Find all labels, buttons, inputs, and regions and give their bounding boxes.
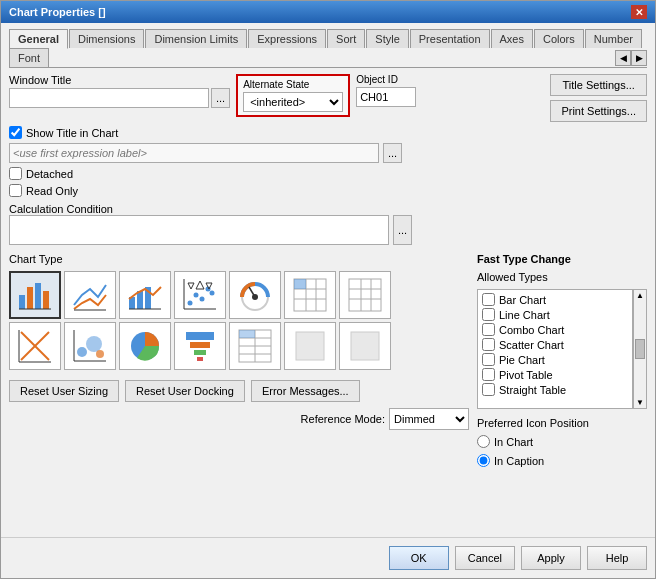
allowed-scatter-chart-checkbox[interactable] [482,338,495,351]
tab-number[interactable]: Number [585,29,642,48]
tab-colors[interactable]: Colors [534,29,584,48]
chart-icon-pie[interactable] [119,322,171,370]
allowed-line-chart-checkbox[interactable] [482,308,495,321]
svg-point-38 [77,347,87,357]
window-title-group: Window Title ... [9,74,230,108]
show-title-checkbox[interactable] [9,126,22,139]
allowed-bar-chart-checkbox[interactable] [482,293,495,306]
in-chart-radio[interactable] [477,435,490,448]
tab-sort[interactable]: Sort [327,29,365,48]
calc-condition-label: Calculation Condition [9,203,113,215]
content-area: General Dimensions Dimension Limits Expr… [1,23,655,537]
tab-presentation[interactable]: Presentation [410,29,490,48]
calc-condition-input[interactable] [9,215,389,245]
svg-rect-45 [190,342,210,348]
chart-icon-bar[interactable] [9,271,61,319]
tab-font[interactable]: Font [9,48,49,67]
allowed-pivot-table-checkbox[interactable] [482,368,495,381]
gauge-chart-svg [237,277,273,313]
reference-mode-label: Reference Mode: [301,413,385,425]
detached-row: Detached [9,167,647,180]
chart-icon-placeholder7[interactable] [339,271,391,319]
error-messages-button[interactable]: Error Messages... [251,380,360,402]
close-button[interactable]: ✕ [631,5,647,19]
list-item-pivot-table[interactable]: Pivot Table [480,367,630,382]
list-item-scatter-chart[interactable]: Scatter Chart [480,337,630,352]
chart-icon-combo[interactable] [119,271,171,319]
list-item-combo-chart[interactable]: Combo Chart [480,322,630,337]
row-top: Window Title ... Alternate State <inheri… [9,74,647,122]
scrollbar[interactable]: ▲ ▼ [633,289,647,409]
list-scroll-container: Bar Chart Line Chart Combo Chart [477,289,647,409]
svg-rect-1 [27,287,33,309]
help-button[interactable]: Help [587,546,647,570]
object-id-input[interactable] [356,87,416,107]
chart-icon-placeholder14[interactable] [339,322,391,370]
object-id-label: Object ID [356,74,416,85]
read-only-checkbox[interactable] [9,184,22,197]
window-title-ellipsis-btn[interactable]: ... [211,88,230,108]
tab-expressions[interactable]: Expressions [248,29,326,48]
in-caption-radio[interactable] [477,454,490,467]
chart-icons-grid [9,271,469,370]
scroll-up-btn[interactable]: ▲ [636,291,644,300]
chart-icon-placeholder13[interactable] [284,322,336,370]
allowed-bar-chart-label: Bar Chart [499,294,546,306]
allowed-pie-chart-checkbox[interactable] [482,353,495,366]
svg-rect-46 [194,350,206,355]
expression-input[interactable] [9,143,379,163]
cancel-button[interactable]: Cancel [455,546,515,570]
tab-axes[interactable]: Axes [491,29,533,48]
ok-button[interactable]: OK [389,546,449,570]
scroll-thumb[interactable] [635,339,645,359]
tab-general[interactable]: General [9,29,68,49]
svg-rect-44 [186,332,214,340]
title-settings-button[interactable]: Title Settings... [550,74,647,96]
svg-point-10 [188,301,193,306]
tab-next-button[interactable]: ▶ [631,50,647,66]
list-item-straight-table[interactable]: Straight Table [480,382,630,397]
scroll-down-btn[interactable]: ▼ [636,398,644,407]
chart-icon-scatter[interactable] [174,271,226,319]
tab-dimensions[interactable]: Dimensions [69,29,144,48]
chart-icon-funnel[interactable] [174,322,226,370]
tab-dimension-limits[interactable]: Dimension Limits [145,29,247,48]
chart-icon-line[interactable] [64,271,116,319]
alternate-state-select[interactable]: <inherited> [243,92,343,112]
chart-icon-grid2[interactable] [229,322,281,370]
chart-properties-window: Chart Properties [] ✕ General Dimensions… [0,0,656,579]
right-panel: Fast Type Change Allowed Types Bar Chart… [477,253,647,531]
chart-icon-grid[interactable] [284,271,336,319]
calc-ellipsis-btn[interactable]: ... [393,215,412,245]
svg-rect-0 [19,295,25,309]
list-item-pie-chart[interactable]: Pie Chart [480,352,630,367]
svg-marker-16 [188,283,194,289]
reset-docking-button[interactable]: Reset User Docking [125,380,245,402]
chart-icon-x[interactable] [9,322,61,370]
footer: OK Cancel Apply Help [1,537,655,578]
svg-rect-7 [137,291,143,309]
list-item-bar-chart[interactable]: Bar Chart [480,292,630,307]
show-title-label: Show Title in Chart [26,127,118,139]
reset-sizing-button[interactable]: Reset User Sizing [9,380,119,402]
expression-ellipsis-btn[interactable]: ... [383,143,402,163]
svg-point-12 [200,297,205,302]
allowed-straight-table-checkbox[interactable] [482,383,495,396]
svg-line-22 [249,287,255,297]
print-settings-button[interactable]: Print Settings... [550,100,647,122]
allowed-combo-chart-checkbox[interactable] [482,323,495,336]
list-item-line-chart[interactable]: Line Chart [480,307,630,322]
tab-style[interactable]: Style [366,29,408,48]
placeholder7-svg [347,277,383,313]
pie-chart-svg [127,328,163,364]
chart-icon-bubble[interactable] [64,322,116,370]
chart-icon-gauge[interactable] [229,271,281,319]
window-title-input[interactable] [9,88,209,108]
tab-prev-button[interactable]: ◀ [615,50,631,66]
reference-mode-select[interactable]: Dimmed None Show [389,408,469,430]
object-id-group: Object ID [356,74,416,107]
apply-button[interactable]: Apply [521,546,581,570]
svg-rect-3 [43,291,49,309]
detached-checkbox[interactable] [9,167,22,180]
grid-chart-svg [292,277,328,313]
